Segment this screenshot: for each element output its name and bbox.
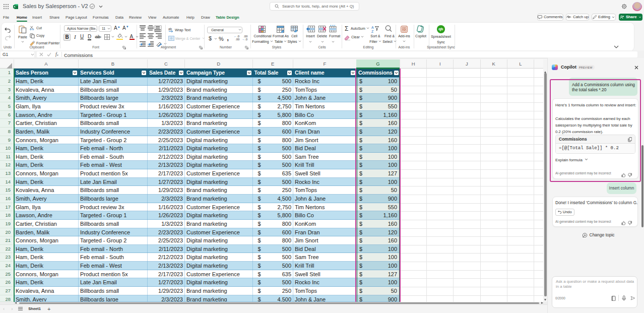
svg-text:Z: Z <box>371 30 374 33</box>
svg-text:A: A <box>371 26 374 29</box>
svg-text:ab: ab <box>168 27 172 31</box>
